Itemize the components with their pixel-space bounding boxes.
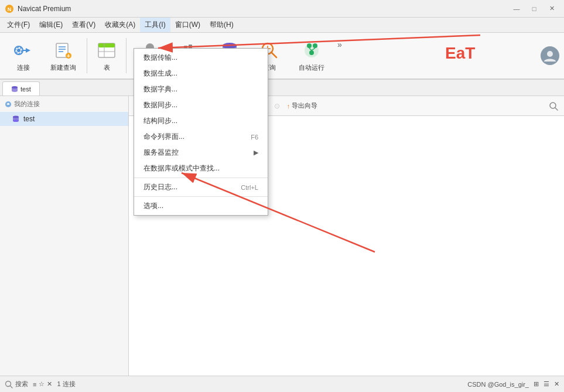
menu-struct-sync[interactable]: 结构同步... xyxy=(134,113,268,129)
menu-window[interactable]: 窗口(W) xyxy=(170,18,205,32)
menu-data-transfer[interactable]: 数据传输... xyxy=(134,50,268,66)
svg-point-31 xyxy=(547,51,553,57)
minimize-button[interactable]: — xyxy=(509,3,524,15)
maximize-button[interactable]: □ xyxy=(527,3,542,15)
toolbar-more-icon[interactable]: » xyxy=(335,38,344,52)
new-query-icon: + xyxy=(53,40,74,61)
toolbar-new-query-label: 新建查询 xyxy=(50,63,76,72)
statusbar-star-icon[interactable]: ☆ xyxy=(39,380,45,388)
statusbar-x-icon[interactable]: ✕ xyxy=(554,380,559,388)
main-area: 我的连接 test + 新建表 ▼ ⊙ ⊘ 删除表 ⊙ xyxy=(0,96,564,376)
menu-tools[interactable]: 工具(I) xyxy=(140,18,170,32)
toolbar-connect[interactable]: 连接 xyxy=(5,36,42,76)
menubar: 文件(F) 编辑(E) 查看(V) 收藏夹(A) 工具(I) 窗口(W) 帮助(… xyxy=(0,18,564,33)
statusbar-search-icon[interactable] xyxy=(5,380,13,388)
autorun-icon xyxy=(301,40,322,61)
svg-rect-14 xyxy=(98,43,115,47)
search-icon[interactable] xyxy=(548,100,559,112)
svg-point-30 xyxy=(309,50,314,55)
tools-dropdown-menu: 数据传输... 数据生成... 数据字典... 数据同步... 结构同步... … xyxy=(134,48,268,216)
menu-help[interactable]: 帮助(H) xyxy=(205,18,238,32)
toolbar-connect-label: 连接 xyxy=(17,63,30,72)
menu-view[interactable]: 查看(V) xyxy=(67,18,100,32)
statusbar-watermark: CSDN @God_is_gir_ xyxy=(467,381,529,388)
statusbar-right: CSDN @God_is_gir_ ⊞ ☰ ✕ xyxy=(467,380,559,388)
sidebar-section-my-connections: 我的连接 xyxy=(0,96,128,112)
close-button[interactable]: ✕ xyxy=(544,3,559,15)
sidebar-section-label: 我的连接 xyxy=(14,100,40,108)
export-icon: ↑ xyxy=(287,103,290,110)
profile-avatar[interactable] xyxy=(541,46,559,65)
menu-data-gen[interactable]: 数据生成... xyxy=(134,66,268,81)
statusbar-search-label: 搜索 xyxy=(15,380,28,388)
export-label: 导出向导 xyxy=(292,101,317,110)
export-wizard-button[interactable]: ↑ 导出向导 xyxy=(283,100,322,112)
menu-favorites[interactable]: 收藏夹(A) xyxy=(100,18,140,32)
svg-point-38 xyxy=(13,120,19,122)
sidebar-db-icon xyxy=(12,115,20,123)
window-controls: — □ ✕ xyxy=(509,3,559,15)
menu-data-sync[interactable]: 数据同步... xyxy=(134,97,268,113)
toolbar-autorun[interactable]: 自动运行 xyxy=(290,36,333,76)
sidebar-item-test-label: test xyxy=(23,115,35,123)
menu-cmd-interface[interactable]: 命令列界面... F6 xyxy=(134,129,268,145)
menu-server-monitor[interactable]: 服务器监控 ▶ xyxy=(134,145,268,161)
toolbar: 连接 + 新建查询 表 xyxy=(0,33,564,80)
tabbar: test xyxy=(0,80,564,96)
svg-marker-5 xyxy=(26,48,30,53)
menu-data-dict[interactable]: 数据字典... xyxy=(134,81,268,97)
tab-test-label: test xyxy=(20,86,31,93)
svg-text:N: N xyxy=(8,6,12,12)
menu-history-log[interactable]: 历史日志... Ctrl+L xyxy=(134,179,268,195)
statusbar-grid-icon[interactable]: ⊞ xyxy=(534,380,539,388)
sidebar-item-test[interactable]: test xyxy=(0,112,128,126)
svg-point-3 xyxy=(17,49,20,52)
svg-line-40 xyxy=(555,108,558,110)
statusbar-close-icon[interactable]: ✕ xyxy=(47,380,52,388)
svg-line-24 xyxy=(271,52,276,57)
svg-text:+: + xyxy=(67,53,70,59)
sidebar-section-icon xyxy=(5,101,12,108)
svg-point-28 xyxy=(307,43,312,48)
app-icon: N xyxy=(5,4,14,13)
toolbar-table[interactable]: 表 xyxy=(92,36,121,76)
menu-options[interactable]: 选项... xyxy=(134,198,268,214)
menu-file[interactable]: 文件(F) xyxy=(2,18,35,32)
content-sep-3: ⊙ xyxy=(274,102,280,110)
tab-db-icon xyxy=(11,86,18,93)
toolbar-autorun-label: 自动运行 xyxy=(299,63,324,72)
toolbar-sep-1 xyxy=(87,38,87,73)
titlebar: N Navicat Premium — □ ✕ xyxy=(0,0,564,18)
menu-sep-1 xyxy=(134,178,268,178)
statusbar-list-icon[interactable]: ☰ xyxy=(544,380,549,388)
statusbar: 搜索 ≡ ☆ ✕ 1 连接 CSDN @God_is_gir_ ⊞ ☰ ✕ xyxy=(0,376,564,392)
toolbar-sep-2 xyxy=(126,38,127,73)
statusbar-sort-icon[interactable]: ≡ xyxy=(33,381,36,388)
menu-sep-2 xyxy=(134,196,268,197)
sidebar: 我的连接 test xyxy=(0,96,129,376)
svg-line-42 xyxy=(11,386,13,388)
menu-edit[interactable]: 编辑(E) xyxy=(35,18,67,32)
svg-point-29 xyxy=(313,43,317,48)
table-icon xyxy=(96,40,117,61)
connection-count: 1 连接 xyxy=(57,380,75,388)
toolbar-new-query[interactable]: + 新建查询 xyxy=(45,36,82,76)
menu-find-in-db[interactable]: 在数据库或模式中查找... xyxy=(134,161,268,176)
tab-test[interactable]: test xyxy=(2,81,40,96)
app-title: Navicat Premium xyxy=(18,5,509,13)
toolbar-table-label: 表 xyxy=(104,63,110,72)
connect-icon xyxy=(13,40,34,61)
